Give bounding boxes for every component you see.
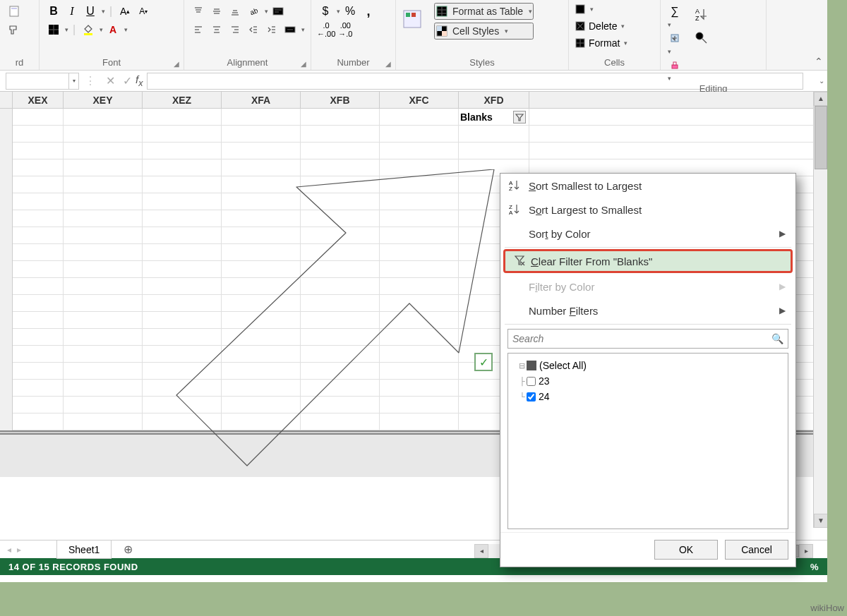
row-header[interactable] — [0, 363, 13, 380]
dialog-launcher-icon[interactable]: ◢ — [174, 60, 182, 68]
format-painter-button[interactable] — [6, 21, 23, 38]
column-header[interactable]: XFC — [380, 92, 459, 108]
sheet-tab[interactable]: Sheet1 — [56, 540, 112, 559]
fill-button[interactable] — [666, 30, 683, 47]
filter-value-checkbox[interactable] — [527, 377, 536, 386]
merge-center-button[interactable] — [282, 21, 299, 38]
find-select-button[interactable] — [693, 27, 710, 49]
clear-filter-item[interactable]: Clear Filter From "Blanks" — [503, 249, 793, 273]
fill-color-button[interactable] — [80, 21, 97, 38]
row-header[interactable] — [0, 397, 13, 413]
sort-ascending-item[interactable]: AZ SSort Smallest to Largestort Smallest… — [500, 174, 795, 198]
row-header[interactable] — [0, 380, 13, 397]
dialog-launcher-icon[interactable]: ◢ — [385, 60, 394, 68]
row-header[interactable] — [0, 159, 13, 176]
dialog-launcher-icon[interactable]: ◢ — [301, 60, 309, 68]
filter-search-input[interactable] — [512, 333, 771, 344]
increase-decimal-button[interactable]: .0←.00 — [317, 21, 335, 38]
clear-button[interactable] — [666, 56, 683, 73]
column-header[interactable]: XFB — [301, 92, 380, 108]
underline-button[interactable]: U — [82, 3, 99, 20]
row-header[interactable] — [0, 109, 13, 126]
align-top-button[interactable] — [190, 3, 207, 20]
blanks-header-cell[interactable]: Blanks — [459, 109, 529, 126]
row-header[interactable] — [0, 278, 13, 295]
delete-cells-button[interactable]: Delete▾ — [575, 18, 625, 34]
borders-button[interactable] — [45, 21, 62, 38]
tree-item[interactable]: └ 24 — [512, 389, 783, 404]
font-color-dropdown[interactable]: ▾ — [124, 26, 128, 33]
row-header[interactable] — [0, 329, 13, 346]
align-center-button[interactable] — [208, 21, 225, 38]
tree-item-select-all[interactable]: ⊟ (Select All) — [512, 358, 783, 373]
row-header[interactable] — [0, 227, 13, 244]
format-as-table-button[interactable]: Format as Table▾ — [434, 3, 534, 20]
column-header[interactable]: XFD — [459, 92, 529, 108]
row-header[interactable] — [0, 126, 13, 143]
ok-button[interactable]: OK — [654, 540, 718, 560]
column-header[interactable]: XEX — [13, 92, 64, 108]
font-color-button[interactable]: A — [104, 21, 121, 38]
wrap-text-button[interactable] — [270, 3, 287, 20]
scroll-right-button[interactable]: ▸ — [799, 544, 813, 558]
collapse-ribbon-icon[interactable]: ⌃ — [815, 56, 823, 67]
cancel-button[interactable]: Cancel — [725, 540, 788, 560]
row-header[interactable] — [0, 413, 13, 430]
orientation-button[interactable]: ab — [245, 3, 262, 20]
filter-dropdown-button[interactable] — [513, 111, 526, 123]
decrease-decimal-button[interactable]: .00→.0 — [337, 21, 354, 38]
align-right-button[interactable] — [227, 21, 244, 38]
italic-button[interactable]: I — [64, 3, 80, 20]
row-header[interactable] — [0, 143, 13, 159]
filter-search-box[interactable]: 🔍 — [507, 329, 788, 349]
sheet-nav[interactable]: ◂▸ — [0, 545, 56, 555]
add-sheet-button[interactable]: ⊕ — [119, 540, 137, 559]
align-left-button[interactable] — [190, 21, 207, 38]
row-header[interactable] — [0, 346, 13, 363]
insert-cells-button[interactable]: ▾ — [575, 1, 594, 17]
scroll-left-button[interactable]: ◂ — [474, 544, 488, 558]
bold-button[interactable]: B — [45, 3, 62, 20]
accounting-format-button[interactable]: $ — [317, 3, 334, 20]
row-header[interactable] — [0, 312, 13, 329]
vertical-scrollbar[interactable]: ▲ ▼ — [813, 92, 827, 528]
row-header[interactable] — [0, 176, 13, 193]
row-header[interactable] — [0, 193, 13, 210]
number-filters-item[interactable]: Number Filters▶ — [500, 298, 795, 322]
row-header[interactable] — [0, 295, 13, 312]
borders-dropdown[interactable]: ▾ — [65, 26, 68, 33]
font-size-increase-button[interactable]: A▴ — [116, 3, 133, 20]
increase-indent-button[interactable] — [263, 21, 280, 38]
column-header[interactable]: XEY — [64, 92, 143, 108]
percent-format-button[interactable]: % — [342, 3, 359, 20]
column-header[interactable]: XEZ — [143, 92, 222, 108]
filter-value-checkbox[interactable] — [527, 392, 536, 401]
comma-format-button[interactable]: , — [360, 3, 377, 20]
paste-button[interactable] — [6, 3, 23, 20]
name-box[interactable] — [6, 73, 69, 90]
align-middle-button[interactable] — [208, 3, 225, 20]
enter-formula-icon[interactable]: ✓ — [119, 74, 136, 87]
autosum-button[interactable]: ∑ — [666, 3, 683, 20]
scroll-thumb[interactable] — [815, 106, 827, 169]
row-header[interactable] — [0, 244, 13, 261]
underline-dropdown[interactable]: ▾ — [102, 8, 105, 15]
sort-by-color-item[interactable]: Sort by Color▶ — [500, 222, 795, 246]
expand-formula-bar-icon[interactable]: ⌄ — [816, 77, 827, 85]
tree-item[interactable]: ├ 23 — [512, 373, 783, 389]
scroll-up-button[interactable]: ▲ — [814, 92, 827, 106]
row-header[interactable] — [0, 261, 13, 278]
cancel-formula-icon[interactable]: ✕ — [102, 74, 119, 87]
format-cells-button[interactable]: Format▾ — [575, 35, 627, 51]
conditional-formatting-button[interactable] — [402, 3, 423, 35]
cell-styles-button[interactable]: Cell Styles▾ — [434, 23, 534, 40]
fill-color-dropdown[interactable]: ▾ — [100, 26, 103, 33]
sort-descending-item[interactable]: ZA Sort Largest to Smallest — [500, 198, 795, 222]
decrease-indent-button[interactable] — [245, 21, 262, 38]
align-bottom-button[interactable] — [227, 3, 244, 20]
sort-filter-button[interactable]: AZ — [693, 3, 710, 25]
select-all-corner[interactable] — [0, 92, 13, 108]
fx-icon[interactable]: fx — [136, 73, 143, 88]
scroll-down-button[interactable]: ▼ — [814, 514, 827, 528]
font-size-decrease-button[interactable]: A▾ — [135, 3, 152, 20]
